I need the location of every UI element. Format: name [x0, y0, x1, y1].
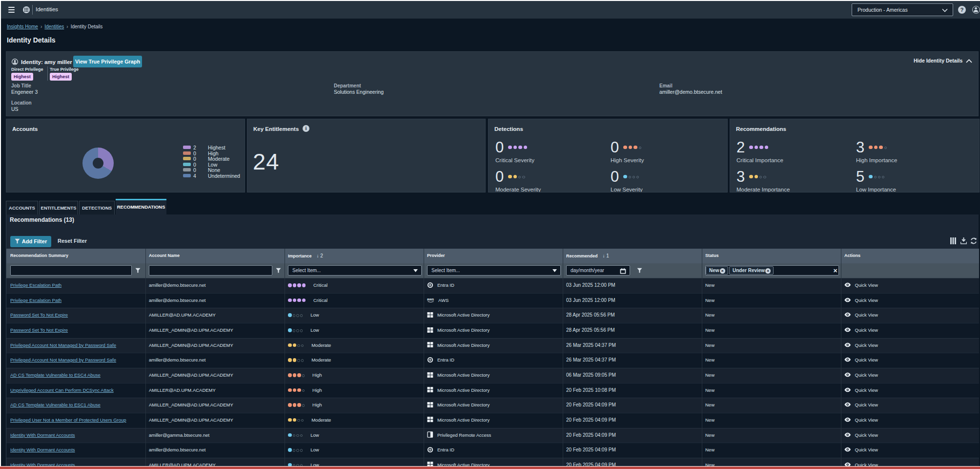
- svg-text:aws: aws: [427, 297, 434, 301]
